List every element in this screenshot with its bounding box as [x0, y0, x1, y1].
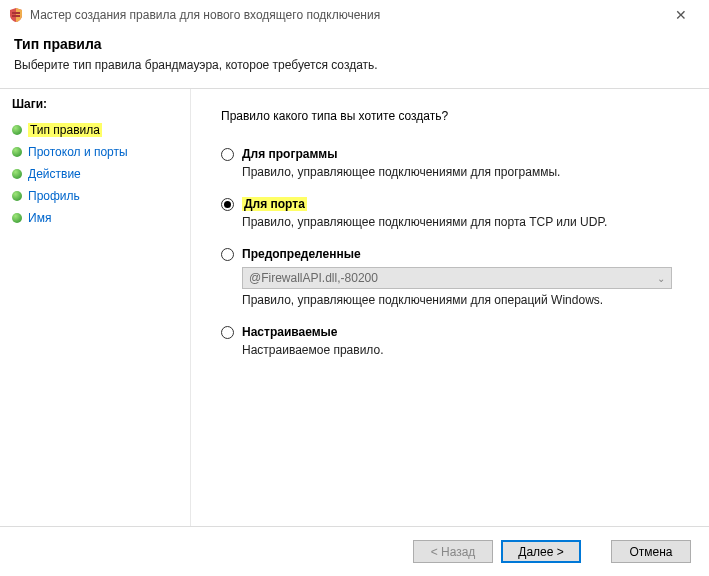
steps-heading: Шаги: [12, 97, 190, 111]
content-prompt: Правило какого типа вы хотите создать? [221, 109, 679, 123]
radio-custom[interactable] [221, 326, 234, 339]
option-program-label[interactable]: Для программы [242, 147, 337, 161]
radio-program[interactable] [221, 148, 234, 161]
option-predefined-desc: Правило, управляющее подключениями для о… [242, 293, 679, 307]
steps-pane: Шаги: Тип правила Протокол и порты Дейст… [0, 89, 190, 528]
step-label: Профиль [28, 189, 80, 203]
radio-predefined[interactable] [221, 248, 234, 261]
step-label: Действие [28, 167, 81, 181]
step-label: Имя [28, 211, 51, 225]
next-button[interactable]: Далее > [501, 540, 581, 563]
step-bullet-icon [12, 169, 22, 179]
close-icon[interactable]: ✕ [661, 7, 701, 23]
option-program: Для программы Правило, управляющее подкл… [221, 147, 679, 179]
titlebar: Мастер создания правила для нового входя… [0, 0, 709, 30]
option-predefined: Предопределенные @FirewallAPI.dll,-80200… [221, 247, 679, 307]
page-title: Тип правила [14, 36, 695, 52]
predefined-combo: @FirewallAPI.dll,-80200 ⌄ [242, 267, 672, 289]
step-bullet-icon [12, 191, 22, 201]
step-bullet-icon [12, 213, 22, 223]
step-name[interactable]: Имя [12, 207, 190, 229]
cancel-button[interactable]: Отмена [611, 540, 691, 563]
window-title: Мастер создания правила для нового входя… [30, 8, 661, 22]
chevron-down-icon: ⌄ [657, 273, 665, 284]
option-port-desc: Правило, управляющее подключениями для п… [242, 215, 679, 229]
option-program-desc: Правило, управляющее подключениями для п… [242, 165, 679, 179]
wizard-header: Тип правила Выберите тип правила брандма… [0, 30, 709, 82]
step-protocol-ports[interactable]: Протокол и порты [12, 141, 190, 163]
option-predefined-label[interactable]: Предопределенные [242, 247, 361, 261]
svg-rect-1 [12, 15, 20, 17]
step-bullet-icon [12, 125, 22, 135]
page-subtitle: Выберите тип правила брандмауэра, которо… [14, 58, 695, 72]
back-button: < Назад [413, 540, 493, 563]
step-label: Протокол и порты [28, 145, 128, 159]
predefined-combo-value: @FirewallAPI.dll,-80200 [249, 271, 378, 285]
step-bullet-icon [12, 147, 22, 157]
step-label: Тип правила [28, 123, 102, 137]
step-action[interactable]: Действие [12, 163, 190, 185]
option-port: Для порта Правило, управляющее подключен… [221, 197, 679, 229]
option-custom: Настраиваемые Настраиваемое правило. [221, 325, 679, 357]
option-custom-label[interactable]: Настраиваемые [242, 325, 337, 339]
option-custom-desc: Настраиваемое правило. [242, 343, 679, 357]
wizard-footer: < Назад Далее > Отмена [0, 526, 709, 576]
option-port-label[interactable]: Для порта [242, 197, 307, 211]
content-pane: Правило какого типа вы хотите создать? Д… [190, 89, 709, 528]
step-profile[interactable]: Профиль [12, 185, 190, 207]
radio-port[interactable] [221, 198, 234, 211]
firewall-shield-icon [8, 7, 24, 23]
svg-rect-0 [12, 12, 20, 14]
step-rule-type[interactable]: Тип правила [12, 119, 190, 141]
